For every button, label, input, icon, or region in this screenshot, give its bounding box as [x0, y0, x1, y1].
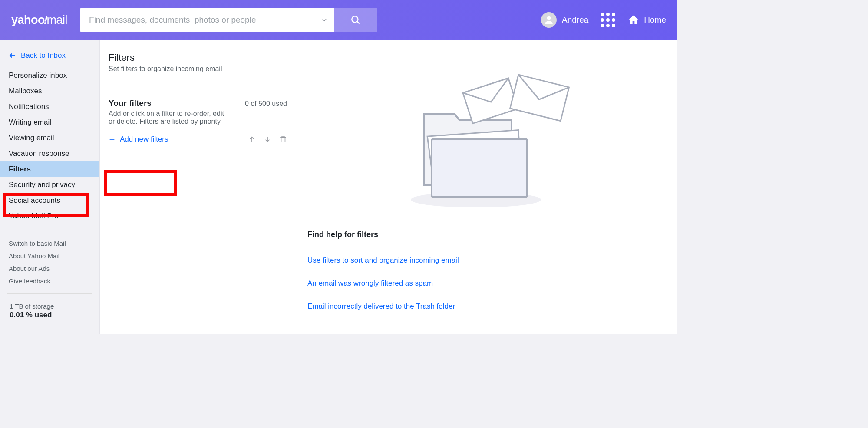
move-down-button[interactable] — [264, 135, 271, 143]
chevron-down-icon — [321, 16, 328, 23]
sidebar-item-filters[interactable]: Filters — [0, 161, 99, 177]
home-label: Home — [644, 15, 666, 25]
back-to-inbox[interactable]: Back to Inbox — [0, 49, 99, 68]
app-header: yahoo ! mail Andrea — [0, 0, 677, 40]
svg-rect-11 — [463, 78, 518, 123]
add-new-filters-label: Add new filters — [120, 135, 168, 144]
search-scope-dropdown[interactable] — [315, 8, 334, 32]
search-icon — [350, 14, 361, 26]
plus-icon — [109, 136, 116, 143]
your-filters-description: Add or click on a filter to re-order, ed… — [109, 110, 230, 125]
storage-total: 1 TB of storage — [10, 303, 90, 310]
sidebar-item-viewing-email[interactable]: Viewing email — [0, 130, 99, 146]
sidebar-item-social-accounts[interactable]: Social accounts — [0, 193, 99, 208]
arrow-left-icon — [9, 52, 17, 59]
account-name: Andrea — [562, 15, 588, 25]
sidebar-item-vacation-response[interactable]: Vacation response — [0, 146, 99, 161]
sidebar-item-personalize-inbox[interactable]: Personalize inbox — [0, 68, 99, 83]
search-bar — [80, 8, 377, 32]
delete-button[interactable] — [279, 135, 287, 143]
sidebar-item-notifications[interactable]: Notifications — [0, 99, 99, 115]
svg-line-1 — [357, 21, 359, 23]
filters-panel: Filters Set filters to organize incoming… — [100, 40, 296, 334]
svg-point-0 — [352, 16, 358, 22]
logo-brand: yahoo — [11, 13, 45, 27]
back-label: Back to Inbox — [21, 51, 66, 60]
svg-rect-10 — [432, 139, 527, 197]
filters-used-count: 0 of 500 used — [245, 100, 287, 108]
sidebar-item-yahoo-mail-pro[interactable]: Yahoo Mail Pro — [0, 208, 99, 224]
settings-sidebar: Back to Inbox Personalize inbox Mailboxe… — [0, 40, 100, 334]
home-icon — [627, 14, 640, 26]
storage-used: 0.01 % used — [10, 311, 90, 319]
sidebar-secondary-about-yahoo-mail[interactable]: About Yahoo Mail — [0, 250, 99, 262]
svg-rect-12 — [510, 75, 569, 121]
add-new-filters-button[interactable]: Add new filters — [109, 135, 168, 144]
sidebar-secondary-basic-mail[interactable]: Switch to basic Mail — [0, 237, 99, 250]
home-button[interactable]: Home — [627, 14, 666, 26]
help-title: Find help for filters — [307, 230, 666, 239]
svg-point-2 — [547, 16, 551, 20]
your-filters-heading: Your filters — [109, 99, 230, 108]
move-up-button[interactable] — [248, 135, 256, 143]
help-link-wrong-spam[interactable]: An email was wrongly filtered as spam — [307, 272, 666, 295]
apps-launcher[interactable] — [601, 13, 615, 27]
logo-suffix: mail — [47, 13, 68, 27]
empty-state-illustration — [307, 53, 666, 218]
account-menu[interactable]: Andrea — [541, 12, 588, 28]
search-input[interactable] — [80, 8, 315, 32]
help-link-trash-delivery[interactable]: Email incorrectly delivered to the Trash… — [307, 295, 666, 318]
sidebar-item-writing-email[interactable]: Writing email — [0, 115, 99, 130]
page-title: Filters — [109, 52, 287, 63]
sidebar-secondary-about-ads[interactable]: About our Ads — [0, 262, 99, 275]
page-subtitle: Set filters to organize incoming email — [109, 65, 287, 73]
avatar-icon — [541, 12, 557, 28]
sidebar-item-security-privacy[interactable]: Security and privacy — [0, 177, 99, 193]
sidebar-secondary-give-feedback[interactable]: Give feedback — [0, 275, 99, 287]
yahoo-mail-logo[interactable]: yahoo ! mail — [11, 13, 67, 27]
sidebar-item-mailboxes[interactable]: Mailboxes — [0, 83, 99, 99]
storage-indicator: 1 TB of storage 0.01 % used — [0, 300, 99, 322]
help-link-sort-organize[interactable]: Use filters to sort and organize incomin… — [307, 249, 666, 272]
svg-rect-8 — [281, 138, 285, 142]
help-panel: Find help for filters Use filters to sor… — [296, 40, 677, 334]
sidebar-divider — [7, 293, 92, 294]
search-button[interactable] — [334, 8, 377, 32]
